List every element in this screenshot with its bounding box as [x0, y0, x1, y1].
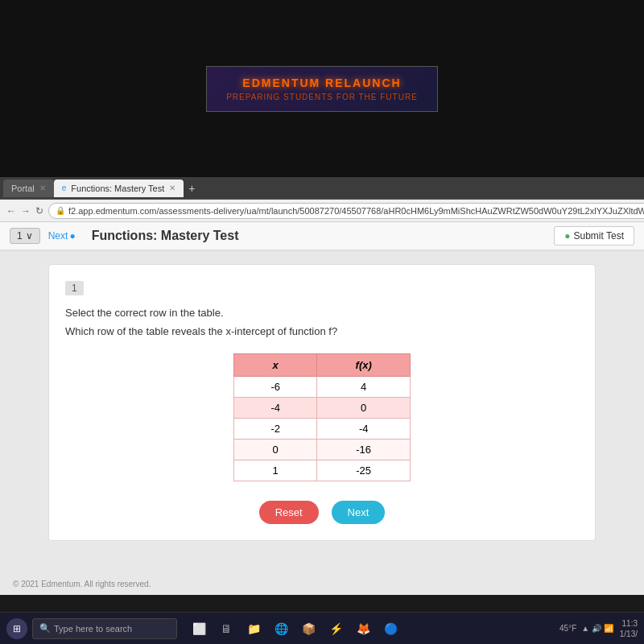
- taskbar-icon-4[interactable]: 🌐: [270, 618, 291, 639]
- tab-icon: e: [62, 184, 67, 192]
- next-toolbar-button[interactable]: Next ●: [48, 230, 76, 242]
- cell-x[interactable]: -4: [234, 398, 317, 419]
- taskbar-search[interactable]: 🔍 Type here to search: [32, 618, 177, 639]
- taskbar-icon-7[interactable]: 🦊: [353, 618, 374, 639]
- cell-x[interactable]: -2: [234, 419, 317, 440]
- back-button[interactable]: ←: [6, 205, 16, 217]
- reset-button[interactable]: Reset: [259, 501, 319, 524]
- next-button[interactable]: Next: [332, 501, 386, 524]
- taskbar-icons: ⬜ 🖥 📁 🌐 📦 ⚡ 🦊 🔵: [188, 618, 401, 639]
- banner: EDMENTUM RELAUNCH PREPARING STUDENTS FOR…: [206, 66, 438, 112]
- question-text: Which row of the table reveals the x-int…: [65, 325, 579, 337]
- cell-x[interactable]: -6: [234, 377, 317, 398]
- taskbar-icon-6[interactable]: ⚡: [325, 618, 346, 639]
- submit-label: Submit Test: [574, 230, 624, 242]
- submit-icon: ●: [564, 230, 570, 242]
- footer: © 2021 Edmentum. All rights reserved.: [0, 573, 644, 595]
- functions-tab-label: Functions: Mastery Test: [71, 184, 164, 193]
- cell-x[interactable]: 1: [234, 460, 317, 481]
- next-toolbar-icon: ●: [69, 230, 75, 242]
- cell-fx[interactable]: 0: [317, 398, 411, 419]
- cell-fx[interactable]: -25: [317, 460, 411, 481]
- temperature-text: 45°F: [559, 624, 576, 633]
- functions-tab-close[interactable]: ✕: [169, 184, 175, 192]
- tray-icons: ▲ 🔊 📶: [581, 624, 613, 633]
- banner-title: EDMENTUM RELAUNCH: [226, 76, 418, 89]
- taskbar-time: 11:3 1/13/: [620, 618, 638, 639]
- add-tab-button[interactable]: +: [184, 182, 200, 195]
- tab-portal[interactable]: Portal ✕: [3, 180, 54, 197]
- cell-fx[interactable]: 4: [317, 377, 411, 398]
- taskbar: ⊞ 🔍 Type here to search ⬜ 🖥 📁 🌐 📦 ⚡ 🦊 🔵 …: [0, 612, 644, 644]
- table-row[interactable]: -64: [234, 377, 411, 398]
- function-table: x f(x) -64-40-2-40-161-25: [233, 353, 411, 481]
- refresh-button[interactable]: ↻: [35, 205, 43, 217]
- time-text: 11:3: [620, 618, 638, 629]
- video-area: EDMENTUM RELAUNCH PREPARING STUDENTS FOR…: [0, 0, 644, 177]
- cell-fx[interactable]: -4: [317, 419, 411, 440]
- cell-x[interactable]: 0: [234, 440, 317, 460]
- question-num-text: 1: [17, 230, 23, 242]
- submit-test-button[interactable]: ● Submit Test: [554, 226, 634, 246]
- table-container: x f(x) -64-40-2-40-161-25: [65, 353, 579, 481]
- app-toolbar: 1 ∨ Next ● Functions: Mastery Test ● Sub…: [0, 222, 644, 251]
- copyright-text: © 2021 Edmentum. All rights reserved.: [13, 580, 151, 588]
- start-button[interactable]: ⊞: [6, 618, 27, 639]
- system-tray: 45°F ▲ 🔊 📶: [559, 624, 613, 633]
- taskbar-icon-2[interactable]: 🖥: [216, 618, 237, 639]
- table-row[interactable]: 1-25: [234, 460, 411, 481]
- forward-button[interactable]: →: [21, 205, 31, 217]
- lock-icon: 🔒: [56, 206, 65, 215]
- browser-chrome: Portal ✕ e Functions: Mastery Test ✕ +: [0, 177, 644, 200]
- table-row[interactable]: -40: [234, 398, 411, 419]
- date-text: 1/13/: [620, 629, 638, 639]
- button-row: Reset Next: [65, 501, 579, 524]
- taskbar-icon-1[interactable]: ⬜: [188, 618, 209, 639]
- tab-bar: Portal ✕ e Functions: Mastery Test ✕ +: [0, 177, 644, 199]
- taskbar-right: 45°F ▲ 🔊 📶 11:3 1/13/: [559, 618, 638, 639]
- table-row[interactable]: -2-4: [234, 419, 411, 440]
- taskbar-icon-8[interactable]: 🔵: [380, 618, 401, 639]
- next-toolbar-label: Next: [48, 230, 68, 242]
- col-header-x: x: [234, 354, 317, 377]
- col-header-fx: f(x): [317, 354, 411, 377]
- page-title: Functions: Mastery Test: [84, 229, 547, 243]
- address-bar-row: ← → ↻ 🔒 f2.app.edmentum.com/assessments-…: [0, 200, 644, 222]
- taskbar-icon-3[interactable]: 📁: [243, 618, 264, 639]
- taskbar-icon-5[interactable]: 📦: [298, 618, 319, 639]
- portal-tab-close[interactable]: ✕: [39, 184, 46, 192]
- question-number-selector[interactable]: 1 ∨: [10, 228, 40, 244]
- tab-functions-mastery[interactable]: e Functions: Mastery Test ✕: [54, 180, 184, 197]
- taskbar-search-icon: 🔍: [39, 623, 51, 634]
- cell-fx[interactable]: -16: [317, 440, 411, 460]
- question-instruction: Select the correct row in the table.: [65, 307, 579, 319]
- question-badge: 1: [65, 281, 84, 295]
- chevron-icon: ∨: [26, 230, 33, 242]
- question-card: 1 Select the correct row in the table. W…: [48, 264, 596, 541]
- table-row[interactable]: 0-16: [234, 440, 411, 460]
- address-text: f2.app.edmentum.com/assessments-delivery…: [68, 206, 644, 216]
- banner-subtitle: PREPARING STUDENTS FOR THE FUTURE: [226, 93, 418, 101]
- main-content: 1 Select the correct row in the table. W…: [0, 251, 644, 573]
- taskbar-search-text: Type here to search: [54, 624, 132, 634]
- address-bar[interactable]: 🔒 f2.app.edmentum.com/assessments-delive…: [48, 203, 644, 219]
- portal-tab-label: Portal: [11, 184, 35, 193]
